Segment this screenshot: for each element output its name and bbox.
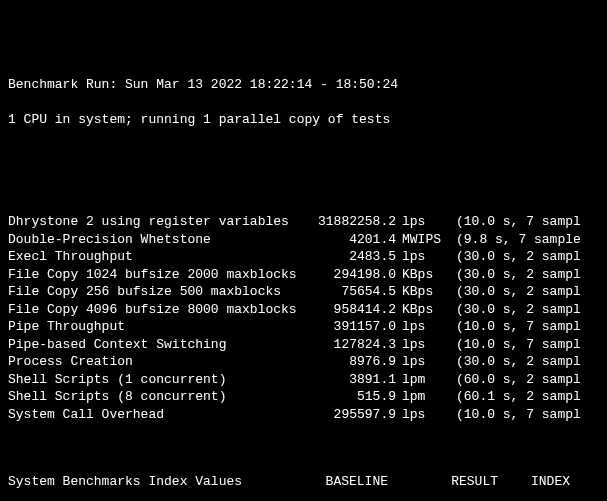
test-name: Pipe-based Context Switching [8,336,308,354]
test-unit: KBps [396,283,444,301]
test-time: (10.0 s, 7 sampl [444,336,581,354]
test-name: File Copy 256 bufsize 500 maxblocks [8,283,308,301]
test-time: (30.0 s, 2 sampl [444,266,581,284]
test-value: 127824.3 [308,336,396,354]
test-name: Shell Scripts (1 concurrent) [8,371,308,389]
test-value: 515.9 [308,388,396,406]
result-row: System Call Overhead295597.9lps(10.0 s, … [8,406,599,424]
test-time: (30.0 s, 2 sampl [444,353,581,371]
test-unit: lps [396,248,444,266]
index-header-index: INDEX [498,473,570,491]
blank-line [8,164,599,178]
result-row: Execl Throughput2483.5lps(30.0 s, 2 samp… [8,248,599,266]
test-time: (9.8 s, 7 sample [444,231,581,249]
test-unit: lps [396,213,444,231]
test-time: (10.0 s, 7 sampl [444,213,581,231]
result-row: Shell Scripts (1 concurrent)3891.1lpm(60… [8,371,599,389]
test-time: (60.0 s, 2 sampl [444,371,581,389]
result-row: File Copy 256 bufsize 500 maxblocks75654… [8,283,599,301]
test-name: File Copy 1024 bufsize 2000 maxblocks [8,266,308,284]
results-section: Dhrystone 2 using register variables3188… [8,213,599,424]
test-name: Execl Throughput [8,248,308,266]
test-unit: lpm [396,388,444,406]
index-header-baseline: BASELINE [308,473,388,491]
test-unit: KBps [396,301,444,319]
test-value: 3891.1 [308,371,396,389]
header-run-line: Benchmark Run: Sun Mar 13 2022 18:22:14 … [8,76,599,94]
result-row: Shell Scripts (8 concurrent)515.9lpm(60.… [8,388,599,406]
test-value: 958414.2 [308,301,396,319]
test-time: (60.1 s, 2 sampl [444,388,581,406]
test-name: Process Creation [8,353,308,371]
result-row: Dhrystone 2 using register variables3188… [8,213,599,231]
test-name: Dhrystone 2 using register variables [8,213,308,231]
test-unit: MWIPS [396,231,444,249]
test-value: 8976.9 [308,353,396,371]
test-unit: lps [396,336,444,354]
index-header-row: System Benchmarks Index ValuesBASELINERE… [8,473,599,491]
result-row: Process Creation8976.9lps(30.0 s, 2 samp… [8,353,599,371]
result-row: Pipe-based Context Switching127824.3lps(… [8,336,599,354]
test-value: 31882258.2 [308,213,396,231]
result-row: File Copy 1024 bufsize 2000 maxblocks294… [8,266,599,284]
index-header-result: RESULT [388,473,498,491]
test-time: (10.0 s, 7 sampl [444,318,581,336]
test-name: Pipe Throughput [8,318,308,336]
test-name: File Copy 4096 bufsize 8000 maxblocks [8,301,308,319]
test-value: 75654.5 [308,283,396,301]
test-value: 391157.0 [308,318,396,336]
test-name: Shell Scripts (8 concurrent) [8,388,308,406]
test-unit: lps [396,406,444,424]
test-value: 4201.4 [308,231,396,249]
header-cpu-line: 1 CPU in system; running 1 parallel copy… [8,111,599,129]
test-time: (30.0 s, 2 sampl [444,283,581,301]
test-value: 294198.0 [308,266,396,284]
test-unit: KBps [396,266,444,284]
test-unit: lps [396,353,444,371]
test-time: (30.0 s, 2 sampl [444,301,581,319]
test-name: System Call Overhead [8,406,308,424]
result-row: File Copy 4096 bufsize 8000 maxblocks958… [8,301,599,319]
test-value: 2483.5 [308,248,396,266]
test-time: (10.0 s, 7 sampl [444,406,581,424]
test-value: 295597.9 [308,406,396,424]
result-row: Double-Precision Whetstone4201.4MWIPS(9.… [8,231,599,249]
test-unit: lpm [396,371,444,389]
result-row: Pipe Throughput391157.0lps(10.0 s, 7 sam… [8,318,599,336]
test-unit: lps [396,318,444,336]
test-name: Double-Precision Whetstone [8,231,308,249]
test-time: (30.0 s, 2 sampl [444,248,581,266]
index-header-title: System Benchmarks Index Values [8,473,308,491]
